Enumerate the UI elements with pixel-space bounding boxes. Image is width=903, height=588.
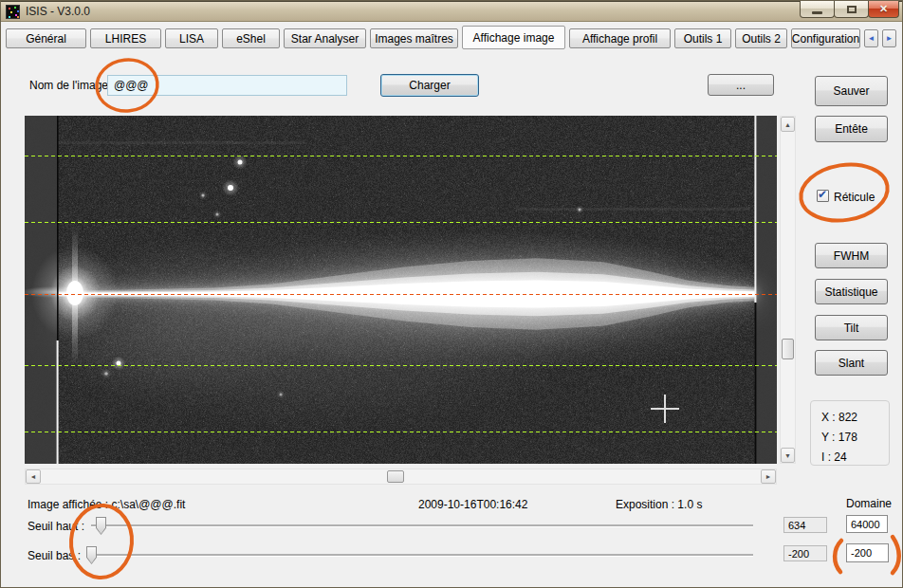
seuil-bas-value-field[interactable] xyxy=(783,545,827,561)
spectrum-image-display[interactable] xyxy=(25,116,777,464)
tab-eshel[interactable]: eShel xyxy=(222,28,280,48)
seuil-haut-label: Seuil haut : xyxy=(28,520,84,533)
seuil-bas-thumb[interactable] xyxy=(86,546,97,564)
scroll-up-button[interactable]: ▲ xyxy=(781,117,795,132)
seuil-haut-thumb[interactable] xyxy=(96,517,106,535)
reticule-label: Réticule xyxy=(834,191,875,204)
seuil-bas-slider[interactable] xyxy=(91,554,753,556)
image-name-input[interactable] xyxy=(107,75,347,96)
title-bar[interactable]: ISIS - V3.0.0 ✕ xyxy=(1,1,902,22)
app-window: ISIS - V3.0.0 ✕ Général LHIRES LISA eShe… xyxy=(0,0,903,588)
image-path-label: Image affichée : c:\sa\@@@.fit xyxy=(28,498,185,511)
tab-affichage-profil[interactable]: Affichage profil xyxy=(569,28,671,48)
scroll-down-button[interactable]: ▼ xyxy=(781,448,795,463)
horizontal-scrollbar[interactable]: ◄ ► xyxy=(25,469,777,485)
sauver-button[interactable]: Sauver xyxy=(815,76,888,106)
charger-button[interactable]: Charger xyxy=(380,74,479,97)
scroll-right-icon: ► xyxy=(765,473,772,480)
seuil-bas-label: Seuil bas : xyxy=(28,549,81,562)
annotation-paren-left xyxy=(835,541,841,572)
vertical-scrollbar[interactable]: ▲ ▼ xyxy=(780,116,796,464)
maximize-icon xyxy=(847,6,857,13)
tab-lisa[interactable]: LISA xyxy=(165,28,218,48)
scroll-up-icon: ▲ xyxy=(784,121,791,128)
window-title: ISIS - V3.0.0 xyxy=(26,5,90,18)
tab-lhires[interactable]: LHIRES xyxy=(90,28,161,48)
tab-scroll-left-button[interactable]: ◄ xyxy=(864,29,878,47)
tab-star-analyser[interactable]: Star Analyser xyxy=(284,28,366,48)
chevron-left-icon: ◄ xyxy=(868,34,875,43)
tab-configuration[interactable]: Configuration xyxy=(791,28,860,48)
tab-bar: Général LHIRES LISA eShel Star Analyser … xyxy=(6,26,896,49)
chevron-right-icon: ► xyxy=(886,34,894,43)
timestamp-label: 2009-10-16T00:16:42 xyxy=(418,498,527,511)
slant-button[interactable]: Slant xyxy=(815,350,888,376)
vertical-scroll-thumb[interactable] xyxy=(782,339,794,359)
scroll-left-button[interactable]: ◄ xyxy=(26,469,41,484)
close-button[interactable]: ✕ xyxy=(868,1,899,18)
domaine-bas-field[interactable] xyxy=(846,543,889,562)
reticule-checkbox[interactable]: ✔ xyxy=(817,190,829,202)
readout-y: Y : 178 xyxy=(821,428,889,448)
seuil-haut-value-field[interactable] xyxy=(783,517,827,533)
entete-button[interactable]: Entête xyxy=(815,116,888,142)
tab-outils-1[interactable]: Outils 1 xyxy=(674,28,731,48)
scroll-left-icon: ◄ xyxy=(30,473,37,480)
scroll-down-icon: ▼ xyxy=(784,452,791,459)
tab-affichage-image[interactable]: Affichage image xyxy=(462,26,565,49)
close-icon: ✕ xyxy=(879,3,888,15)
tilt-button[interactable]: Tilt xyxy=(815,315,888,340)
cursor-readout-box: X : 822 Y : 178 I : 24 xyxy=(810,400,890,466)
domaine-haut-field[interactable] xyxy=(846,515,888,533)
exposure-label: Exposition : 1.0 s xyxy=(616,498,702,511)
annotation-circle-sliders xyxy=(68,504,134,579)
readout-x: X : 822 xyxy=(821,408,889,428)
domaine-label: Domaine xyxy=(846,497,892,510)
minimize-icon xyxy=(812,11,822,14)
tab-scroll-right-button[interactable]: ► xyxy=(882,29,896,47)
image-name-label: Nom de l'image : xyxy=(29,79,115,92)
statistique-button[interactable]: Statistique xyxy=(815,279,888,304)
horizontal-scroll-thumb[interactable] xyxy=(387,470,404,483)
tab-outils-2[interactable]: Outils 2 xyxy=(735,28,787,48)
readout-i: I : 24 xyxy=(821,448,889,468)
app-icon xyxy=(6,5,20,19)
tab-general[interactable]: Général xyxy=(6,28,86,48)
seuil-haut-slider[interactable] xyxy=(91,524,753,526)
minimize-button[interactable] xyxy=(800,1,835,18)
browse-button[interactable]: ... xyxy=(708,74,774,96)
scroll-right-button[interactable]: ► xyxy=(761,469,776,484)
tab-images-maitres[interactable]: Images maîtres xyxy=(370,28,458,48)
fwhm-button[interactable]: FWHM xyxy=(815,243,888,268)
checkmark-icon: ✔ xyxy=(818,188,827,201)
maximize-button[interactable] xyxy=(834,1,869,18)
annotation-paren-right xyxy=(893,537,899,573)
